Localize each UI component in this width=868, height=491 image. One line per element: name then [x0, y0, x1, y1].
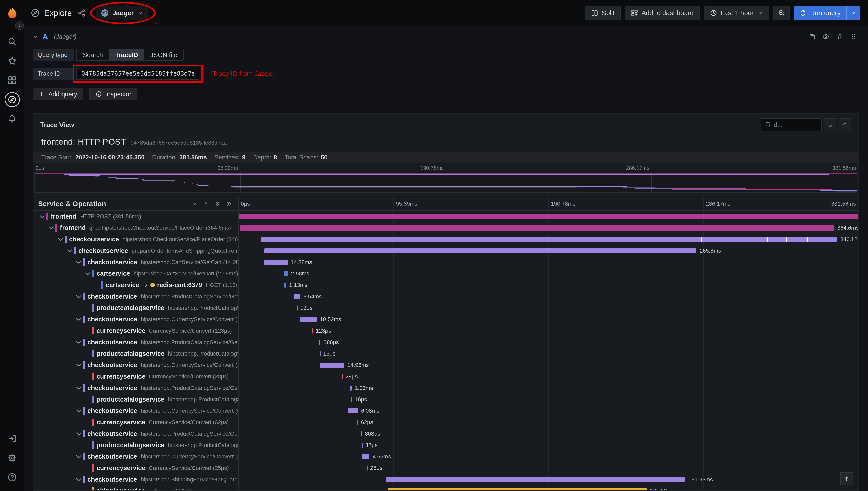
span-duration-bar[interactable] [319, 340, 321, 345]
sidebar-item-signin[interactable] [5, 431, 20, 446]
span-duration-bar[interactable] [351, 397, 352, 402]
span-row[interactable]: checkoutservicehipstershop.CurrencyServi… [33, 405, 858, 416]
span-duration-bar[interactable] [320, 351, 321, 356]
sidebar-item-gear[interactable] [5, 450, 20, 466]
collapse-all-icon[interactable] [214, 201, 220, 207]
span-toggle-chevron-icon[interactable] [75, 258, 83, 266]
sidebar-item-search[interactable] [5, 34, 20, 49]
grafana-logo[interactable] [0, 6, 24, 20]
span-toggle-chevron-icon[interactable] [75, 361, 83, 369]
span-duration-bar[interactable] [264, 260, 288, 265]
query-type-tab-traceid[interactable]: TraceID [109, 49, 144, 60]
span-row[interactable]: currencyserviceCurrencyService/Convert (… [33, 416, 858, 428]
delete-query-icon[interactable] [836, 33, 843, 40]
sidebar-item-apps[interactable] [5, 73, 20, 88]
query-type-tab-search[interactable]: Search [77, 49, 109, 60]
span-row[interactable]: cartserviceredis-cart:6379HGET (1.13ms)1… [33, 279, 858, 291]
span-duration-bar[interactable] [362, 454, 370, 459]
sidebar-item-help[interactable] [5, 470, 20, 485]
add-to-dashboard-button[interactable]: Add to dashboard [625, 6, 700, 20]
sidebar-item-bell[interactable] [5, 111, 20, 126]
sidebar-expand-button[interactable] [15, 21, 24, 30]
span-row[interactable]: checkoutservicehipstershop.ProductCatalo… [33, 337, 858, 348]
zoom-out-button[interactable] [774, 6, 790, 20]
hide-query-icon[interactable] [822, 33, 829, 40]
span-row[interactable]: currencyserviceCurrencyService/Convert (… [33, 371, 858, 382]
span-duration-bar[interactable] [240, 225, 834, 231]
span-duration-bar[interactable] [387, 477, 685, 482]
expand-all-icon[interactable] [226, 201, 232, 207]
span-toggle-chevron-icon[interactable] [84, 487, 92, 491]
span-toggle-chevron-icon[interactable] [47, 224, 55, 232]
span-toggle-chevron-icon[interactable] [75, 453, 83, 461]
span-row[interactable]: checkoutservicehipstershop.ProductCatalo… [33, 291, 858, 302]
span-toggle-chevron-icon[interactable] [75, 315, 83, 323]
span-duration-bar[interactable] [357, 420, 358, 425]
span-row[interactable]: checkoutservicehipstershop.ProductCatalo… [33, 382, 858, 394]
query-type-tab-json-file[interactable]: JSON file [144, 49, 183, 60]
add-query-button[interactable]: Add query [32, 88, 83, 100]
query-collapse-chevron-icon[interactable] [32, 33, 39, 40]
span-row[interactable]: checkoutservicehipstershop.ShippingServi… [33, 474, 858, 485]
find-prev-button[interactable] [839, 118, 851, 131]
span-duration-bar[interactable] [342, 374, 343, 379]
span-toggle-chevron-icon[interactable] [75, 338, 83, 346]
datasource-picker[interactable]: Jaeger [96, 6, 149, 20]
span-row[interactable]: frontendHTTP POST (381.56ms) [33, 211, 858, 222]
span-row[interactable]: checkoutservicehipstershop.CurrencyServi… [33, 314, 858, 325]
expand-one-icon[interactable] [203, 201, 209, 207]
duplicate-query-icon[interactable] [809, 33, 816, 40]
span-row[interactable]: productcatalogservicehipstershop.Product… [33, 394, 858, 405]
scroll-to-top-button[interactable] [840, 472, 853, 485]
span-row[interactable]: productcatalogservicehipstershop.Product… [33, 348, 858, 359]
span-duration-bar[interactable] [283, 271, 288, 276]
span-toggle-chevron-icon[interactable] [56, 235, 64, 243]
span-duration-bar[interactable] [312, 328, 313, 334]
drag-handle-icon[interactable] [850, 33, 857, 40]
span-toggle-chevron-icon[interactable] [38, 212, 46, 221]
trace-id-input[interactable] [76, 67, 199, 80]
span-duration-bar[interactable] [367, 466, 368, 471]
span-row[interactable]: currencyserviceCurrencyService/Convert (… [33, 462, 858, 474]
span-row[interactable]: frontendgrpc.hipstershop.CheckoutService… [33, 222, 858, 234]
span-toggle-chevron-icon[interactable] [75, 475, 83, 484]
span-row[interactable]: checkoutservicehipstershop.CheckoutServi… [33, 234, 858, 245]
trace-minimap-canvas[interactable] [34, 172, 857, 193]
span-duration-bar[interactable] [300, 317, 317, 322]
span-row[interactable]: checkoutserviceprepareOrderItemsAndShipp… [33, 245, 858, 256]
span-row[interactable]: checkoutservicehipstershop.CartService/G… [33, 256, 858, 268]
span-row[interactable]: shippingserviceget-quote (181.98ms)181.9… [33, 485, 858, 490]
span-row[interactable]: checkoutservicehipstershop.CurrencyServi… [33, 359, 858, 371]
column-resize-handle[interactable] [238, 198, 239, 490]
span-duration-bar[interactable] [361, 431, 362, 436]
span-row[interactable]: checkoutservicehipstershop.CurrencyServi… [33, 451, 858, 462]
span-duration-bar[interactable] [320, 363, 344, 368]
span-duration-bar[interactable] [348, 408, 358, 413]
span-toggle-chevron-icon[interactable] [75, 384, 83, 392]
span-row[interactable]: productcatalogservicehipstershop.Product… [33, 439, 858, 451]
span-duration-bar[interactable] [294, 294, 300, 299]
span-row[interactable]: productcatalogservicehipstershop.Product… [33, 302, 858, 314]
span-duration-bar[interactable] [285, 283, 286, 288]
find-next-button[interactable] [824, 118, 837, 131]
inspector-button[interactable]: Inspector [89, 88, 138, 100]
span-duration-bar[interactable] [238, 214, 858, 219]
span-duration-bar[interactable] [297, 306, 298, 311]
span-toggle-chevron-icon[interactable] [75, 430, 83, 438]
sidebar-item-compass[interactable] [5, 92, 20, 107]
span-duration-bar[interactable] [261, 237, 837, 242]
span-duration-bar[interactable] [362, 443, 363, 448]
span-row[interactable]: currencyserviceCurrencyService/Convert (… [33, 325, 858, 337]
find-input[interactable] [761, 118, 822, 131]
run-query-button[interactable]: Run query [794, 6, 860, 20]
split-button[interactable]: Split [585, 6, 621, 20]
span-duration-bar[interactable] [264, 248, 696, 253]
span-row[interactable]: cartservicehipstershop.CartService/GetCa… [33, 268, 858, 279]
span-toggle-chevron-icon[interactable] [75, 292, 83, 301]
span-toggle-chevron-icon[interactable] [65, 247, 74, 255]
span-duration-bar[interactable] [350, 385, 352, 391]
run-query-dropdown[interactable] [846, 6, 860, 20]
span-row[interactable]: checkoutservicehipstershop.ProductCatalo… [33, 428, 858, 439]
span-toggle-chevron-icon[interactable] [75, 407, 83, 415]
sidebar-item-star[interactable] [5, 53, 20, 68]
